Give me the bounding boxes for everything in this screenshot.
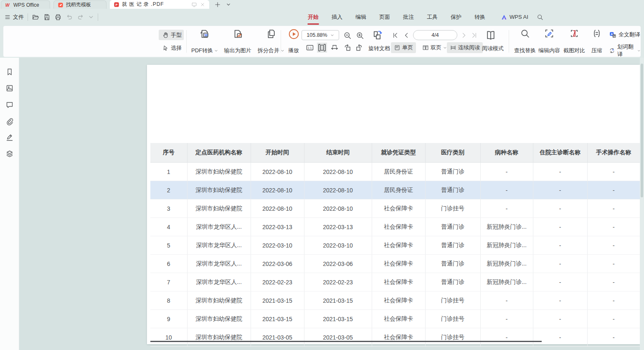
play-icon xyxy=(288,28,299,40)
continuous-reading-button[interactable]: 连续阅读 xyxy=(447,42,483,53)
actual-size-icon[interactable]: 1:1 xyxy=(306,43,314,52)
screenshot-compare-button[interactable]: 截图对比 xyxy=(560,28,588,54)
menu-item-comment[interactable]: 批注 xyxy=(403,13,414,21)
read-mode-label[interactable]: 阅读模式 xyxy=(482,45,504,52)
menu-item-home[interactable]: 开始 xyxy=(308,13,319,21)
first-page-icon[interactable] xyxy=(392,32,399,39)
redo-icon[interactable] xyxy=(77,13,84,21)
table-cell: 2021-03-15 xyxy=(251,310,304,328)
vertical-scrollbar[interactable] xyxy=(640,58,644,350)
single-page-button[interactable]: 单页 xyxy=(391,42,416,53)
table-cell: 2022-02-23 xyxy=(251,273,304,291)
screenshot-compare-icon xyxy=(569,28,579,38)
switch-pages-icon[interactable] xyxy=(372,30,383,41)
file-menu-label: 文件 xyxy=(13,13,24,21)
table-cell: 1 xyxy=(150,163,187,181)
print-icon[interactable] xyxy=(54,13,62,21)
table-cell: 2022-08-10 xyxy=(304,163,372,181)
svg-text:文: 文 xyxy=(610,51,612,53)
next-page-icon[interactable] xyxy=(460,32,467,39)
rotate-document-label[interactable]: 旋转文档 xyxy=(368,45,390,52)
play-button[interactable]: 播放 xyxy=(283,28,304,54)
fit-width-icon[interactable] xyxy=(330,43,339,52)
divider xyxy=(28,13,28,21)
attachments-icon[interactable] xyxy=(5,118,14,126)
compress-button[interactable]: 压缩 xyxy=(586,28,607,54)
table-cell: - xyxy=(587,163,640,181)
save-icon[interactable] xyxy=(43,13,51,21)
edit-content-button[interactable]: 编辑内容 xyxy=(535,28,563,54)
signature-icon[interactable] xyxy=(5,133,14,142)
bookmarks-icon[interactable] xyxy=(5,68,14,76)
read-mode-book-icon[interactable] xyxy=(485,30,496,41)
table-cell: 深圳市妇幼保健院 xyxy=(187,291,251,310)
continuous-reading-label: 连续阅读 xyxy=(458,44,480,51)
divider xyxy=(509,30,509,53)
find-replace-button[interactable]: 查找替换 xyxy=(511,28,539,54)
last-page-icon[interactable] xyxy=(471,32,478,39)
table-cell: 深圳市龙华区人... xyxy=(187,255,251,273)
find-replace-label: 查找替换 xyxy=(514,47,536,54)
zoom-out-icon[interactable] xyxy=(343,31,352,40)
close-tab-icon[interactable] xyxy=(200,2,205,8)
tab-wps-home[interactable]: W WPS Office xyxy=(1,0,50,9)
hand-tool-button[interactable]: 手型 xyxy=(159,30,184,40)
tab-docer-templates[interactable]: 找稻壳模板 xyxy=(53,0,106,9)
split-merge-button[interactable]: 拆分合并 xyxy=(255,28,287,54)
previous-page-icon[interactable] xyxy=(403,32,410,39)
new-tab-button[interactable] xyxy=(214,1,221,8)
file-menu-button[interactable]: 文件 xyxy=(4,13,24,21)
table-row: 10深圳市妇幼保健院2021-03-052021-03-05社会保障卡门诊挂号-… xyxy=(150,328,640,347)
thumbnails-icon[interactable] xyxy=(5,84,14,92)
pdf-page: 序号定点医药机构名称开始时间结束时间就诊凭证类型医疗类别病种名称住院主诊断名称手… xyxy=(147,65,640,344)
menu-item-convert[interactable]: 转换 xyxy=(474,13,485,21)
menu-item-protect[interactable]: 保护 xyxy=(451,13,461,21)
layers-icon[interactable] xyxy=(5,150,14,158)
table-cell: 深圳市妇幼保健院 xyxy=(187,199,251,218)
table-cell: 新冠肺炎门诊... xyxy=(480,218,533,236)
wps-ai-button[interactable]: WPS AI xyxy=(501,14,528,20)
compress-label: 压缩 xyxy=(591,47,602,54)
select-tool-button[interactable]: 选择 xyxy=(159,43,184,53)
rotate-right-icon[interactable] xyxy=(355,43,363,52)
docer-logo-icon xyxy=(58,2,63,8)
menu-item-insert[interactable]: 插入 xyxy=(332,13,342,21)
screen-share-icon[interactable] xyxy=(191,2,197,8)
double-page-button[interactable]: 双页 xyxy=(419,42,450,53)
table-cell: 2021-03-15 xyxy=(304,291,372,310)
table-cell: 社会保障卡 xyxy=(372,328,425,347)
table-cell: 2022-03-13 xyxy=(304,218,372,236)
rotate-left-icon[interactable] xyxy=(343,43,352,52)
table-row: 9深圳市妇幼保健院2021-03-152021-03-15社会保障卡门诊挂号--… xyxy=(150,310,640,328)
table-cell: 2021-03-15 xyxy=(304,310,372,328)
zoom-level-combobox[interactable]: 105.88% xyxy=(302,30,339,40)
tab-list-chevron-icon[interactable] xyxy=(226,2,231,7)
tab-document-pdf[interactable]: P 就 医 记 录 .PDF xyxy=(110,0,209,9)
comments-icon[interactable] xyxy=(5,101,14,109)
undo-icon[interactable] xyxy=(66,13,73,21)
menu-item-edit[interactable]: 编辑 xyxy=(355,13,366,21)
word-translate-label: 划词翻译 xyxy=(617,43,635,58)
zoom-in-icon[interactable] xyxy=(356,31,364,40)
table-cell: 普通门诊 xyxy=(425,273,480,291)
word-translate-button[interactable]: A文 划词翻译 xyxy=(609,43,641,58)
table-cell: 社会保障卡 xyxy=(372,218,425,236)
scrollbar-thumb[interactable] xyxy=(641,64,643,197)
table-cell: - xyxy=(480,181,533,199)
open-file-icon[interactable] xyxy=(32,13,39,21)
table-cell: 深圳市妇幼保健院 xyxy=(187,181,251,199)
menu-item-tools[interactable]: 工具 xyxy=(427,13,438,21)
fit-page-icon[interactable] xyxy=(317,43,327,53)
full-translate-button[interactable]: A 全文翻译 xyxy=(609,31,640,38)
table-cell: - xyxy=(480,291,533,310)
menu-item-page[interactable]: 页面 xyxy=(379,13,390,21)
menu-search-icon[interactable] xyxy=(537,14,543,20)
export-image-button[interactable]: 输出为图片 xyxy=(221,28,255,54)
table-cell: - xyxy=(587,291,640,310)
table-cell: - xyxy=(587,236,640,255)
pdf-convert-button[interactable]: W PDF转换 xyxy=(189,28,221,54)
hand-icon xyxy=(162,32,169,38)
page-number-input[interactable]: 4/4 xyxy=(413,30,457,40)
table-row: 2深圳市妇幼保健院2022-08-102022-08-10居民身份证普通门诊--… xyxy=(150,181,640,199)
undo-history-chevron-icon[interactable] xyxy=(88,14,94,20)
